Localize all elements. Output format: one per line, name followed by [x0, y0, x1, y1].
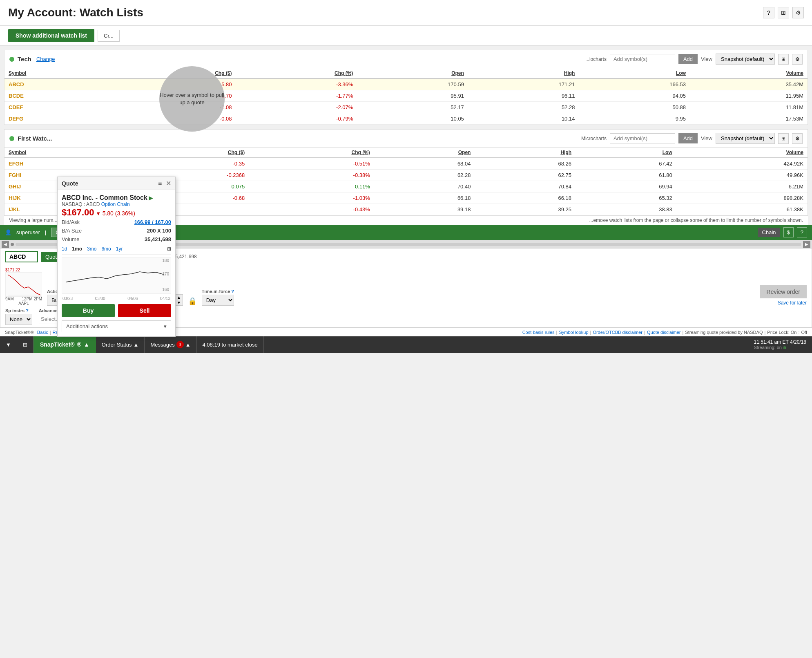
scroll-left-btn[interactable]: ◀	[2, 241, 9, 248]
order-status-tab[interactable]: Order Status ▲	[96, 336, 145, 353]
col-high-2[interactable]: High	[475, 148, 576, 158]
windows-icon-btn[interactable]: ⊞	[778, 7, 789, 18]
quote-popup-actions: ≡ ✕	[158, 179, 171, 187]
bid-ask-val[interactable]: 166.99 / 167.00	[134, 219, 171, 225]
symbol-link[interactable]: BCDE	[9, 93, 24, 99]
dollar-btn[interactable]: $	[783, 227, 794, 237]
add-symbol-input-1[interactable]	[610, 54, 675, 64]
symbol-link[interactable]: EFGH	[9, 161, 23, 167]
tab-1d[interactable]: 1d	[62, 246, 67, 252]
cell-symbol[interactable]: BCDE	[4, 90, 122, 102]
cell-open: 39.18	[374, 204, 475, 215]
symbol-link[interactable]: FGHI	[9, 172, 21, 178]
messages-tab[interactable]: Messages 3 ▲	[145, 336, 196, 353]
cell-symbol[interactable]: DEFG	[4, 113, 122, 125]
add-symbol-input-2[interactable]	[610, 133, 675, 143]
col-volume-2[interactable]: Volume	[676, 148, 808, 158]
col-open-1[interactable]: Open	[357, 68, 468, 78]
settings-icon-btn[interactable]: ⚙	[792, 7, 804, 18]
col-chgp-2[interactable]: Chg (%)	[249, 148, 374, 158]
quote-close-icon[interactable]: ✕	[166, 180, 171, 187]
basic-link[interactable]: Basic	[37, 330, 48, 335]
stock-price: $167.00	[62, 207, 94, 217]
cost-basis-link[interactable]: Cost-basis rules	[522, 330, 555, 335]
tab-6mo[interactable]: 6mo	[101, 246, 111, 252]
cell-symbol[interactable]: EFGH	[4, 158, 126, 170]
price-change: 5.80 (3.36%)	[103, 210, 135, 217]
symbol-link[interactable]: IJKL	[9, 206, 20, 213]
help-btn[interactable]: ?	[797, 227, 807, 237]
snap-symbol-input[interactable]	[5, 251, 38, 262]
cell-high: 70.84	[475, 181, 576, 192]
windows-taskbar-btn[interactable]: ⊞	[17, 336, 33, 353]
cell-low: 65.32	[576, 192, 676, 204]
cell-low: 38.83	[576, 204, 676, 215]
stock-name-row: ABCD Inc. - Common Stock ▶	[62, 194, 171, 201]
cell-symbol[interactable]: ABCD	[4, 78, 122, 90]
tif-help-icon[interactable]: ?	[231, 289, 234, 294]
buy-btn[interactable]: Buy	[62, 304, 115, 317]
microcharts-link-2[interactable]: Microcharts	[581, 136, 607, 141]
tab-3mo[interactable]: 3mo	[87, 246, 96, 252]
quote-popup-title: Quote	[62, 180, 78, 187]
col-open-2[interactable]: Open	[374, 148, 475, 158]
symbol-link[interactable]: GHIJ	[9, 184, 21, 190]
additional-actions-dropdown[interactable]: Additional actions ▾	[62, 320, 171, 332]
quote-disclaimer-link[interactable]: Quote disclaimer	[647, 330, 681, 335]
main-content: Hover over a symbol to pull up a quote T…	[0, 50, 812, 353]
symbol-link[interactable]: ABCD	[9, 81, 24, 87]
sell-btn[interactable]: Sell	[118, 304, 171, 317]
sp-instrs-help-icon[interactable]: ?	[26, 308, 29, 313]
tif-select[interactable]: Day	[202, 295, 234, 306]
col-chgd-1[interactable]: Chg ($)	[122, 68, 236, 78]
col-high-1[interactable]: High	[468, 68, 579, 78]
view-select-1[interactable]: Snapshot (default)	[716, 54, 775, 65]
tab-1mo[interactable]: 1mo	[72, 246, 82, 252]
price-down-btn[interactable]: ▼	[175, 300, 183, 305]
col-volume-1[interactable]: Volume	[690, 68, 808, 78]
symbol-link[interactable]: HIJK	[9, 195, 21, 201]
col-low-1[interactable]: Low	[579, 68, 690, 78]
col-low-2[interactable]: Low	[576, 148, 676, 158]
symbol-link[interactable]: CDEF	[9, 104, 23, 110]
col-symbol-2[interactable]: Symbol	[4, 148, 126, 158]
symbol-lookup-link[interactable]: Symbol lookup	[559, 330, 588, 335]
col-chgp-1[interactable]: Chg (%)	[236, 68, 357, 78]
microcharts-link[interactable]: ...iocharts	[585, 56, 607, 62]
chart-expand-icon[interactable]: ⊞	[167, 246, 171, 252]
add-btn-2[interactable]: Add	[678, 133, 698, 143]
chart-date-1: 03/23	[62, 296, 73, 301]
tab-1yr[interactable]: 1yr	[116, 246, 123, 252]
snapticket-tab[interactable]: SnapTicket®® ▲	[33, 336, 96, 353]
sp-instrs-select[interactable]: None	[5, 314, 32, 325]
help-icon-btn[interactable]: ?	[763, 7, 774, 18]
view-select-2[interactable]: Snapshot (default)	[716, 133, 775, 144]
wl-settings-btn-1[interactable]: ⚙	[792, 54, 803, 65]
quote-menu-icon[interactable]: ≡	[158, 180, 162, 187]
watchlist-1-change[interactable]: Change	[36, 56, 55, 62]
col-symbol-1[interactable]: Symbol	[4, 68, 122, 78]
symbol-link[interactable]: DEFG	[9, 116, 23, 122]
create-btn[interactable]: Cr...	[98, 30, 120, 42]
add-btn-1[interactable]: Add	[678, 54, 698, 64]
price-up-btn[interactable]: ▲	[175, 295, 183, 300]
expand-taskbar-btn[interactable]: ▼	[0, 336, 17, 353]
order-otcbb-link[interactable]: Order/OTCBB disclaimer	[593, 330, 642, 335]
review-order-btn[interactable]: Review order	[760, 285, 807, 298]
option-chain-link[interactable]: Option Chain	[101, 201, 130, 207]
cell-chgp: -0.79%	[236, 113, 357, 125]
streaming-info: Streaming quote provided by NASDAQ	[685, 330, 763, 335]
show-watchlist-btn[interactable]: Show additional watch list	[8, 29, 94, 42]
cell-symbol[interactable]: CDEF	[4, 102, 122, 113]
wl-expand-btn-1[interactable]: ⊞	[778, 54, 789, 65]
wl-expand-btn-2[interactable]: ⊞	[778, 133, 789, 144]
cell-low: 166.53	[579, 78, 690, 90]
save-later-link[interactable]: Save for later	[760, 300, 807, 306]
watchlist-2-name: First Watc...	[18, 135, 52, 142]
wl-settings-btn-2[interactable]: ⚙	[792, 133, 803, 144]
quote-popup: Quote ≡ ✕ ABCD Inc. - Common Stock ▶ NAS…	[57, 177, 176, 337]
scroll-right-btn[interactable]: ▶	[803, 241, 810, 248]
green-bar-right: Chain $ ?	[758, 227, 807, 237]
chain-btn[interactable]: Chain	[758, 228, 780, 237]
col-chgd-2[interactable]: Chg ($)	[126, 148, 249, 158]
